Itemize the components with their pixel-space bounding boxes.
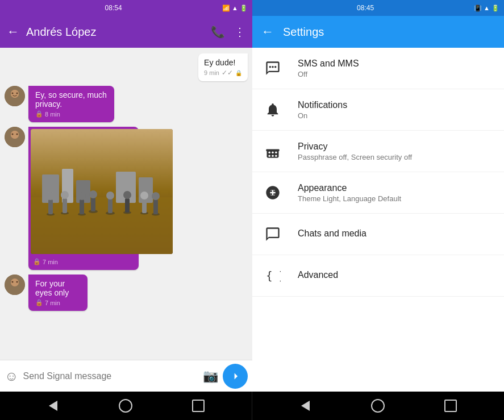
chat-back-button[interactable]: ← xyxy=(7,24,19,39)
avatar-image xyxy=(5,86,25,106)
settings-item-notifications[interactable]: Notifications On xyxy=(252,89,504,131)
message-meta: 9 min ✓✓ 🔒 xyxy=(204,69,242,77)
right-back-button[interactable] xyxy=(297,397,315,415)
svg-point-36 xyxy=(140,192,148,199)
battery-icon: 🔋 xyxy=(240,5,248,12)
message-in-2: For your eyes only 🔒 7 min xyxy=(28,275,88,311)
svg-point-53 xyxy=(268,152,270,154)
chat-header-actions: 📞 ⋮ xyxy=(211,25,245,39)
message-in-1: Ey, so secure, much privacy. 🔒 8 min xyxy=(28,86,114,122)
settings-time: 08:45 xyxy=(357,4,374,12)
svg-point-49 xyxy=(272,66,274,68)
chat-status-icons: 📶 ▲ 🔋 xyxy=(222,5,248,12)
avatar-image xyxy=(5,127,25,147)
bell-icon xyxy=(261,98,284,121)
vibrate-icon: 📳 xyxy=(474,5,482,12)
svg-rect-32 xyxy=(80,199,84,214)
settings-back-button[interactable]: ← xyxy=(261,24,274,39)
svg-point-33 xyxy=(78,192,86,200)
svg-text:{ }: { } xyxy=(266,270,281,282)
message-input[interactable] xyxy=(23,371,198,381)
message-out-1: Ey dude! 9 min ✓✓ 🔒 xyxy=(198,53,248,81)
settings-item-chats-media[interactable]: Chats and media xyxy=(252,214,504,255)
chat-contact-name: Andrés López xyxy=(26,26,204,39)
wifi-icon: ▲ xyxy=(232,5,238,11)
left-back-button[interactable] xyxy=(44,397,63,415)
lock-icon: 🔒 xyxy=(235,70,242,76)
settings-text-privacy: Privacy Passphrase off, Screen security … xyxy=(298,142,495,161)
message-meta: 🔒 7 min xyxy=(31,256,136,268)
settings-item-subtitle: Passphrase off, Screen security off xyxy=(298,153,495,161)
svg-rect-29 xyxy=(63,198,67,213)
right-home-button[interactable] xyxy=(369,397,387,415)
password-icon xyxy=(261,140,284,163)
message-time: 7 min xyxy=(45,300,60,306)
settings-item-title: Appearance xyxy=(298,183,495,193)
settings-text-notifications: Notifications On xyxy=(298,100,495,120)
right-recent-button[interactable] xyxy=(441,397,460,415)
settings-item-advanced[interactable]: { } Advanced xyxy=(252,255,504,297)
chat-time: 08:54 xyxy=(105,4,122,12)
svg-point-5 xyxy=(16,93,18,94)
svg-point-50 xyxy=(274,66,277,68)
svg-rect-52 xyxy=(266,149,279,152)
svg-rect-41 xyxy=(153,199,158,214)
message-time: 9 min xyxy=(204,69,219,76)
svg-point-10 xyxy=(12,134,14,135)
chat-status-bar: 08:54 📶 ▲ 🔋 xyxy=(0,0,252,16)
avatar-3 xyxy=(5,275,25,295)
settings-item-subtitle: Off xyxy=(298,70,495,78)
lock-icon: 🔒 xyxy=(35,299,43,306)
settings-item-appearance[interactable]: Appearance Theme Light, Language Default xyxy=(252,172,504,214)
chat-media-icon xyxy=(261,223,284,246)
message-text: For your eyes only xyxy=(35,279,81,297)
settings-header: ← Settings xyxy=(252,16,504,48)
message-in-image-wrap: 🔒 7 min xyxy=(5,127,248,270)
settings-text-advanced: Advanced xyxy=(298,270,495,281)
message-meta: 🔒 7 min xyxy=(35,299,81,306)
settings-text-sms: SMS and MMS Off xyxy=(298,59,495,78)
message-time: 7 min xyxy=(43,259,58,265)
nav-bars xyxy=(0,392,504,420)
svg-point-27 xyxy=(123,191,131,199)
settings-text-chats-media: Chats and media xyxy=(298,228,495,240)
send-button[interactable] xyxy=(223,364,248,389)
message-image xyxy=(31,129,173,254)
svg-rect-60 xyxy=(269,231,277,232)
svg-rect-20 xyxy=(91,197,95,211)
lock-icon: 🔒 xyxy=(33,258,41,265)
settings-item-sms[interactable]: SMS and MMS Off xyxy=(252,48,504,89)
svg-rect-35 xyxy=(142,199,147,213)
settings-item-title: Notifications xyxy=(298,100,495,110)
message-in-1-wrap: Ey, so secure, much privacy. 🔒 8 min xyxy=(5,86,248,122)
call-button[interactable]: 📞 xyxy=(211,25,225,39)
settings-status-bar: 08:45 📳 ▲ 🔋 xyxy=(252,0,504,16)
svg-point-54 xyxy=(272,152,274,154)
svg-rect-26 xyxy=(125,198,130,213)
message-time: 8 min xyxy=(45,111,60,118)
emoji-button[interactable]: ☺ xyxy=(5,368,19,384)
svg-point-48 xyxy=(269,66,272,68)
avatar-image xyxy=(5,275,25,295)
svg-rect-38 xyxy=(48,199,53,214)
battery-icon: 🔋 xyxy=(491,5,499,12)
settings-item-privacy[interactable]: Privacy Passphrase off, Screen security … xyxy=(252,131,504,172)
settings-text-appearance: Appearance Theme Light, Language Default xyxy=(298,183,495,203)
message-meta: 🔒 8 min xyxy=(35,110,107,118)
chat-messages: Ey dude! 9 min ✓✓ 🔒 xyxy=(0,48,252,360)
svg-point-58 xyxy=(275,155,277,157)
signal-icon: ▲ xyxy=(484,5,490,11)
svg-point-4 xyxy=(12,93,14,94)
lock-icon: 🔒 xyxy=(35,110,43,118)
svg-point-42 xyxy=(152,192,160,200)
svg-point-56 xyxy=(268,155,270,157)
left-recent-button[interactable] xyxy=(189,397,207,415)
left-home-button[interactable] xyxy=(116,397,135,415)
chat-icon xyxy=(261,57,284,80)
message-text: Ey dude! xyxy=(204,58,242,67)
more-options-button[interactable]: ⋮ xyxy=(234,25,245,39)
avatar-2 xyxy=(5,127,25,147)
camera-button[interactable]: 📷 xyxy=(203,369,218,384)
settings-item-title: Advanced xyxy=(298,270,495,280)
settings-title: Settings xyxy=(283,26,324,39)
